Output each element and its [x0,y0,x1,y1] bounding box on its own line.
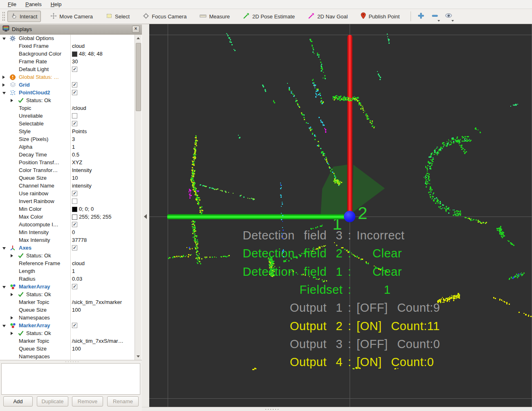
property-value[interactable]: /cloud [72,105,86,111]
property-checkbox[interactable] [72,113,77,118]
toolbar-grip[interactable] [2,11,5,22]
property-value[interactable]: 0; 0; 0 [72,206,94,212]
tree-row-pointcloud2[interactable]: PointCloud2✓ [0,89,135,97]
tree-row-default-light[interactable]: Default Light✓ [0,66,135,74]
panel-splitter-handle[interactable] [65,361,79,363]
tree-row-use-rainbow[interactable]: Use rainbow✓ [0,190,135,198]
tool-interact[interactable]: Interact [7,11,41,22]
tree-row-global-options[interactable]: Global Options [0,35,135,42]
expander-icon[interactable] [2,83,5,87]
tree-row-queue-size[interactable]: Queue Size100 [0,345,135,353]
property-value[interactable]: XYZ [72,159,82,165]
dock-splitter[interactable] [142,24,149,411]
tree-row-min-color[interactable]: Min Color0; 0; 0 [0,206,135,213]
property-checkbox[interactable]: ✓ [72,67,77,72]
tree-row-size-pixels[interactable]: Size (Pixels)3 [0,136,135,143]
property-value[interactable]: Intensity [72,167,92,173]
add-button[interactable]: Add [3,396,33,407]
tree-row-topic[interactable]: Topic/cloud [0,105,135,112]
property-checkbox[interactable]: ✓ [72,284,77,289]
view-visibility-button[interactable] [443,11,454,22]
property-value[interactable]: 10 [72,175,78,181]
expander-icon[interactable] [2,286,6,288]
expander-icon[interactable] [11,293,13,296]
property-checkbox[interactable]: ✓ [72,90,77,95]
tree-row-color-transfor[interactable]: Color Transfor…Intensity [0,167,135,174]
property-value[interactable]: 0.5 [72,152,79,158]
3d-viewport[interactable]: Detection field 3:IncorrectDetection fie… [149,24,532,407]
tree-row-invert-rainbow[interactable]: Invert Rainbow [0,198,135,206]
expander-icon[interactable] [11,332,13,335]
tree-row-channel-name[interactable]: Channel Nameintensity [0,182,135,190]
property-value[interactable]: 255; 255; 255 [72,214,112,220]
property-value[interactable]: cloud [72,260,85,266]
tool-focus-camera[interactable]: Focus Camera [139,11,190,22]
tree-row-unreliable[interactable]: Unreliable [0,112,135,120]
expander-icon[interactable] [2,76,5,79]
expander-icon[interactable] [11,316,13,319]
scroll-down-icon[interactable] [137,355,140,357]
menu-panels[interactable]: Panels [21,0,46,8]
expander-icon[interactable] [11,254,13,257]
property-checkbox[interactable]: ✓ [72,245,77,250]
menu-file[interactable]: File [3,0,21,8]
expander-icon[interactable] [2,92,6,94]
collapse-panel-icon[interactable] [144,214,147,219]
tree-row-marker-topic[interactable]: Marker Topic/sick_tim_7xxS/mar… [0,337,135,345]
property-checkbox[interactable]: ✓ [72,191,77,196]
tree-row-background-color[interactable]: Background Color48; 48; 48 [0,50,135,58]
property-checkbox[interactable] [72,199,77,204]
property-checkbox[interactable]: ✓ [72,222,77,227]
chevron-down-icon[interactable] [438,20,440,22]
tree-row-queue-size[interactable]: Queue Size10 [0,174,135,182]
splitter-handle[interactable] [265,409,279,410]
tree-row-status-ok[interactable]: Status: Ok [0,291,135,299]
property-value[interactable]: /sick_tim_7xxS/mar… [72,338,123,344]
tree-row-status-ok[interactable]: Status: Ok [0,97,135,105]
tree-row-global-status[interactable]: Global Status: … [0,74,135,81]
property-value[interactable]: 1 [72,268,75,274]
tree-row-markerarray[interactable]: MarkerArray✓ [0,283,135,291]
tree-row-markerarray[interactable]: MarkerArray✓ [0,322,135,330]
property-value[interactable]: 30 [72,58,78,65]
expander-icon[interactable] [2,247,6,250]
tree-row-namespaces[interactable]: Namespaces [0,353,135,360]
tree-row-grid[interactable]: Grid✓ [0,81,135,89]
tool-move-camera[interactable]: Move Camera [47,11,97,22]
tree-row-axes[interactable]: Axes✓ [0,244,135,252]
property-checkbox[interactable]: ✓ [72,82,77,87]
tree-row-selectable[interactable]: Selectable✓ [0,120,135,128]
tree-row-status-ok[interactable]: Status: Ok [0,252,135,260]
displays-panel-titlebar[interactable]: Displays × [0,25,142,34]
tree-row-min-intensity[interactable]: Min Intensity0 [0,229,135,237]
chevron-down-icon[interactable] [451,20,454,22]
tree-row-length[interactable]: Length1 [0,268,135,275]
tree-row-style[interactable]: StylePoints [0,128,135,136]
tool-publish-point[interactable]: Publish Point [357,10,403,22]
tree-row-namespaces[interactable]: Namespaces [0,314,135,322]
tree-row-frame-rate[interactable]: Frame Rate30 [0,58,135,66]
scrollbar-thumb[interactable] [136,43,141,111]
tree-row-decay-time[interactable]: Decay Time0.5 [0,151,135,159]
tree-row-reference-frame[interactable]: Reference Framecloud [0,260,135,268]
property-value[interactable]: cloud [72,43,85,49]
tool-select[interactable]: Select [102,11,133,22]
property-value[interactable]: 0.03 [72,276,82,282]
tool-2d-pose-estimate[interactable]: 2D Pose Estimate [239,10,299,22]
zoom-out-button[interactable] [429,11,440,22]
tree-row-max-color[interactable]: Max Color255; 255; 255 [0,213,135,221]
property-value[interactable]: 100 [72,307,81,313]
tree-row-alpha[interactable]: Alpha1 [0,143,135,151]
tool-2d-nav-goal[interactable]: 2D Nav Goal [304,10,351,22]
tree-row-autocompute-i[interactable]: Autocompute I…✓ [0,221,135,229]
property-value[interactable]: intensity [72,183,92,189]
expander-icon[interactable] [2,325,6,327]
tool-measure[interactable]: Measure [196,11,233,22]
property-value[interactable]: Points [72,128,87,134]
property-value[interactable]: 37778 [72,237,87,243]
property-value[interactable]: 100 [72,346,81,352]
property-value[interactable]: 3 [72,136,75,142]
tree-row-fixed-frame[interactable]: Fixed Framecloud [0,42,135,50]
tree-row-position-transf[interactable]: Position Transf…XYZ [0,159,135,167]
display-tree[interactable]: Global OptionsFixed FramecloudBackground… [0,34,142,360]
